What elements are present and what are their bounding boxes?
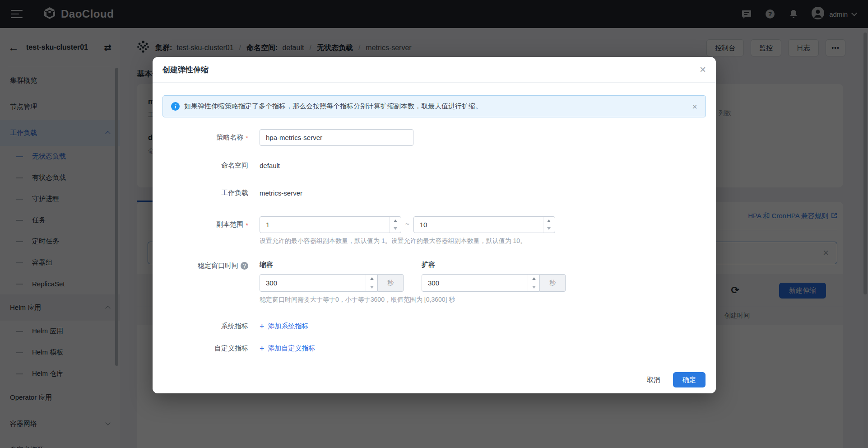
info-alert: i 如果弹性伸缩策略指定了多个指标，那么会按照每个指标分别计算扩缩副本数，取最大… — [162, 95, 706, 117]
custom-metrics-label: 自定义指标 — [214, 344, 248, 353]
number-stepper — [543, 217, 555, 233]
number-stepper — [528, 275, 539, 291]
namespace-field-value: default — [260, 162, 280, 169]
required-asterisk: * — [246, 220, 248, 229]
plus-icon: + — [260, 322, 265, 331]
seconds-unit-addon: 秒 — [378, 274, 404, 292]
create-hpa-modal: 创建弹性伸缩 × i 如果弹性伸缩策略指定了多个指标，那么会按照每个指标分别计算… — [153, 57, 716, 393]
scale-down-window-input[interactable]: 300 — [260, 274, 378, 292]
scale-up-label: 扩容 — [422, 261, 566, 269]
modal-title: 创建弹性伸缩 — [162, 65, 209, 75]
stabilization-window-help: 稳定窗口时间需要大于等于0，小于等于3600，取值范围为 [0,3600] 秒 — [260, 296, 566, 304]
scale-up-window-input[interactable]: 300 — [422, 274, 540, 292]
seconds-unit-addon: 秒 — [540, 274, 566, 292]
policy-name-input[interactable]: hpa-metrics-server — [260, 129, 413, 146]
close-icon[interactable]: × — [700, 64, 706, 75]
info-icon: i — [171, 102, 180, 111]
alert-close-icon[interactable]: × — [692, 102, 697, 111]
stepper-down-icon[interactable] — [543, 225, 555, 233]
number-stepper — [366, 275, 377, 291]
stepper-up-icon[interactable] — [543, 217, 555, 225]
plus-icon: + — [260, 345, 265, 353]
replica-max-input[interactable]: 10 — [413, 216, 555, 233]
add-custom-metric-link[interactable]: + 添加自定义指标 — [260, 341, 316, 353]
workload-field-value: metrics-server — [260, 189, 302, 197]
scale-down-label: 缩容 — [260, 261, 404, 269]
stepper-down-icon[interactable] — [390, 225, 401, 233]
replica-min-input[interactable]: 1 — [260, 216, 401, 233]
replica-range-help: 设置允许的最小容器组副本数量，默认值为 1。设置允许的最大容器组副本数量，默认值… — [260, 237, 555, 245]
number-stepper — [389, 217, 401, 233]
stepper-up-icon[interactable] — [528, 275, 539, 283]
required-asterisk: * — [246, 133, 248, 142]
confirm-button[interactable]: 确定 — [673, 372, 706, 387]
cancel-button[interactable]: 取消 — [647, 376, 660, 384]
stepper-down-icon[interactable] — [528, 283, 539, 292]
stepper-up-icon[interactable] — [366, 275, 377, 283]
stabilization-window-label: 稳定窗口时间 — [198, 261, 238, 270]
namespace-field-label: 命名空间 — [221, 161, 248, 170]
question-help-icon[interactable]: ? — [241, 262, 248, 270]
policy-name-label: 策略名称 — [216, 133, 243, 142]
add-system-metric-link[interactable]: + 添加系统指标 — [260, 319, 309, 331]
alert-text: 如果弹性伸缩策略指定了多个指标，那么会按照每个指标分别计算扩缩副本数，取最大值进… — [184, 102, 687, 111]
system-metrics-label: 系统指标 — [221, 322, 248, 331]
replica-range-label: 副本范围 — [216, 220, 243, 229]
range-tilde: ~ — [401, 216, 413, 228]
stepper-down-icon[interactable] — [366, 283, 377, 292]
stepper-up-icon[interactable] — [390, 217, 401, 225]
workload-field-label: 工作负载 — [221, 189, 248, 197]
